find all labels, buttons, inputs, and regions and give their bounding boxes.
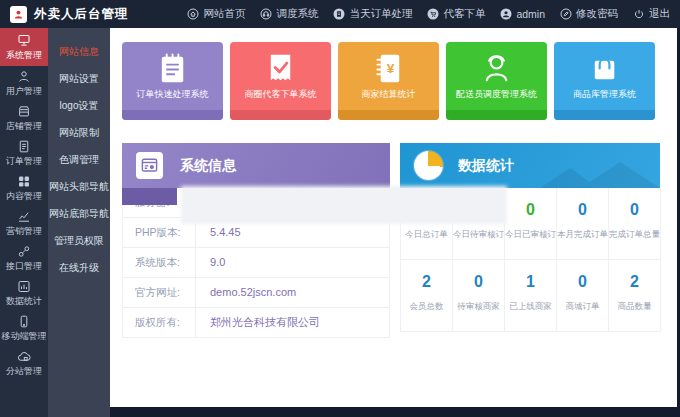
stat-value: 0 bbox=[557, 273, 608, 291]
submenu-label: 网站限制 bbox=[59, 126, 99, 140]
panel-ribbon bbox=[122, 188, 177, 205]
card-shade bbox=[446, 110, 547, 120]
sidebar-item-label: 用户管理 bbox=[6, 85, 42, 98]
sidebar-item-api-mgmt[interactable]: 接口管理 bbox=[0, 241, 48, 276]
topnav-menu: 网站首页 调度系统 当天订单处理 代客下单 admin 修改密码 退出 bbox=[187, 7, 670, 21]
submenu-label: 网站设置 bbox=[59, 72, 99, 86]
sidebar-item-label: 营销管理 bbox=[6, 225, 42, 238]
topnav-label: 网站首页 bbox=[203, 7, 245, 21]
stat-value: 0 bbox=[453, 273, 504, 291]
info-label: PHP版本: bbox=[123, 218, 196, 247]
monitor-icon bbox=[16, 33, 32, 48]
topnav-valet-order[interactable]: 代客下单 bbox=[427, 7, 485, 21]
topnav-account-admin[interactable]: admin bbox=[500, 8, 545, 20]
ledger-yen-icon: ¥ bbox=[371, 50, 406, 87]
stat-label: 已上线商家 bbox=[505, 301, 556, 313]
topnav-logout[interactable]: 退出 bbox=[633, 7, 670, 21]
submenu-item-logo-settings[interactable]: logo设置 bbox=[48, 92, 110, 119]
card-product-library-system[interactable]: 商品库管理系统 bbox=[554, 42, 655, 120]
stat-label: 本月完成订单 bbox=[557, 229, 608, 241]
sidebar-item-data-stats[interactable]: 数据统计 bbox=[0, 276, 48, 311]
sidebar-item-label: 接口管理 bbox=[6, 260, 42, 273]
submenu-item-site-limits[interactable]: 网站限制 bbox=[48, 119, 110, 146]
cloud-icon bbox=[16, 349, 32, 364]
topnav-dispatch-system[interactable]: 调度系统 bbox=[260, 7, 318, 21]
trend-icon bbox=[16, 209, 32, 224]
main-content: 订单快速处理系统 商圈代客下单系统 ¥ 商家结算统计 配送员调度管理系统 商品库… bbox=[110, 28, 677, 407]
topnav-today-orders[interactable]: 当天订单处理 bbox=[333, 7, 412, 21]
sidebar-item-marketing-mgmt[interactable]: 营销管理 bbox=[0, 206, 48, 241]
submenu-item-header-nav[interactable]: 网站头部导航 bbox=[48, 173, 110, 200]
stat-pending-merchants: 0 待审核商家 bbox=[453, 260, 505, 332]
grid-icon bbox=[16, 174, 32, 189]
info-value: 9.0 bbox=[196, 248, 225, 277]
shopping-bag-icon bbox=[587, 50, 622, 87]
stat-label: 会员总数 bbox=[401, 301, 452, 313]
stat-total-completed-orders: 0 完成订单总量 bbox=[609, 188, 661, 260]
submenu-item-online-upgrade[interactable]: 在线升级 bbox=[48, 254, 110, 281]
stat-value: 2 bbox=[609, 273, 660, 291]
card-shade bbox=[122, 110, 223, 120]
card-courier-dispatch-system[interactable]: 配送员调度管理系统 bbox=[446, 42, 547, 120]
topnav-label: 当天订单处理 bbox=[349, 7, 412, 21]
stat-value: 0 bbox=[505, 201, 556, 219]
stat-month-completed-orders: 0 本月完成订单 bbox=[557, 188, 609, 260]
stat-label: 今日已审核订单 bbox=[505, 229, 556, 241]
topnav-site-home[interactable]: 网站首页 bbox=[187, 7, 245, 21]
submenu-item-site-settings[interactable]: 网站设置 bbox=[48, 65, 110, 92]
data-stats-panel: 数据统计 0 今日总订单 0 今日待审核订单 0 今日已审核订单 0 本月完成订… bbox=[400, 143, 660, 332]
app-logo-icon bbox=[10, 6, 27, 23]
submenu-label: logo设置 bbox=[60, 99, 99, 113]
info-label: 版权所有: bbox=[123, 308, 196, 337]
card-shade bbox=[338, 110, 439, 120]
system-info-header: 系统信息 bbox=[122, 143, 390, 188]
stat-label: 完成订单总量 bbox=[609, 229, 660, 241]
stat-value: 1 bbox=[505, 273, 556, 291]
cart-icon bbox=[427, 8, 439, 20]
sidebar-item-content-mgmt[interactable]: 内容管理 bbox=[0, 171, 48, 206]
card-label: 商圈代客下单系统 bbox=[245, 88, 317, 101]
mountain-decoration bbox=[540, 160, 660, 188]
notepad-icon bbox=[155, 50, 190, 87]
order-icon bbox=[16, 139, 32, 154]
sidebar-item-user-mgmt[interactable]: 用户管理 bbox=[0, 66, 48, 101]
stat-total-members: 2 会员总数 bbox=[401, 260, 453, 332]
info-row-system-version: 系统版本: 9.0 bbox=[123, 248, 389, 278]
submenu-item-color-mgmt[interactable]: 色调管理 bbox=[48, 146, 110, 173]
power-icon bbox=[633, 8, 645, 20]
card-merchant-settlement-stats[interactable]: ¥ 商家结算统计 bbox=[338, 42, 439, 120]
submenu-label: 网站底部导航 bbox=[49, 207, 109, 221]
submenu-label: 网站信息 bbox=[59, 45, 99, 59]
info-label: 官方网址: bbox=[123, 278, 196, 307]
submenu-item-site-info[interactable]: 网站信息 bbox=[48, 38, 110, 65]
mobile-icon bbox=[16, 314, 32, 329]
panel-title: 系统信息 bbox=[180, 157, 236, 175]
stat-value: 0 bbox=[609, 201, 660, 219]
submenu-item-admin-perms[interactable]: 管理员权限 bbox=[48, 227, 110, 254]
stat-product-count: 2 商品数量 bbox=[609, 260, 661, 332]
user-icon bbox=[16, 69, 32, 84]
topnav-change-password[interactable]: 修改密码 bbox=[560, 7, 618, 21]
sidebar-item-label: 系统管理 bbox=[6, 49, 42, 62]
sidebar-item-system-mgmt[interactable]: 系统管理 bbox=[0, 28, 48, 66]
app-title: 外卖人后台管理 bbox=[34, 6, 129, 23]
sidebar-item-substation-mgmt[interactable]: 分站管理 bbox=[0, 346, 48, 381]
home-icon bbox=[187, 8, 199, 20]
submenu-item-footer-nav[interactable]: 网站底部导航 bbox=[48, 200, 110, 227]
headset-icon bbox=[260, 8, 272, 20]
edit-icon bbox=[560, 8, 572, 20]
sidebar-item-mobile-mgmt[interactable]: 移动端管理 bbox=[0, 311, 48, 346]
info-value: demo.52jscn.com bbox=[196, 278, 296, 307]
system-info-panel: 系统信息 服务器: PHP版本: 5.4.45 系统版本: 9.0 官方网址: … bbox=[122, 143, 390, 338]
sidebar-item-order-mgmt[interactable]: 订单管理 bbox=[0, 136, 48, 171]
courier-icon bbox=[479, 50, 514, 87]
bar-chart-icon bbox=[16, 279, 32, 294]
topnav-label: 修改密码 bbox=[576, 7, 618, 21]
data-stats-header: 数据统计 bbox=[400, 143, 660, 188]
card-valet-order-system[interactable]: 商圈代客下单系统 bbox=[230, 42, 331, 120]
sidebar-item-shop-mgmt[interactable]: 店铺管理 bbox=[0, 101, 48, 136]
info-label: 系统版本: bbox=[123, 248, 196, 277]
secondary-submenu: 网站信息 网站设置 logo设置 网站限制 色调管理 网站头部导航 网站底部导航… bbox=[48, 28, 110, 417]
card-order-quick-processing[interactable]: 订单快速处理系统 bbox=[122, 42, 223, 120]
submenu-label: 管理员权限 bbox=[54, 234, 104, 248]
